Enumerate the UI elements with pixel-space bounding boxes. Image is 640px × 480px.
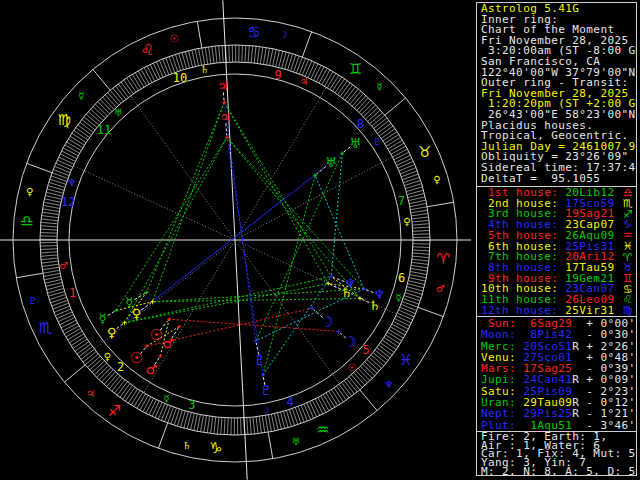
sign-boundary (302, 32, 311, 57)
degree-tick (158, 404, 165, 420)
degree-tick (331, 390, 340, 404)
degree-tick (319, 68, 327, 83)
degree-tick (217, 417, 219, 434)
degree-tick (397, 313, 413, 320)
degree-tick (387, 332, 402, 341)
degree-tick (41, 226, 58, 227)
aquarius-ruler-icon: ♅ (292, 436, 301, 447)
natal-mars-icon: ♂ (163, 336, 175, 351)
degree-tick (393, 321, 408, 329)
degree-tick (304, 404, 311, 420)
degree-tick (310, 402, 317, 417)
degree-tick (132, 74, 141, 88)
neptune-degree-cross (329, 275, 333, 279)
pisces-ruler-icon: ♆ (384, 379, 393, 390)
aquarius-icon: ♒ (316, 421, 329, 439)
aspect-line-trine (224, 102, 328, 283)
degree-tick (53, 303, 69, 309)
degree-tick (312, 400, 319, 415)
degree-tick (257, 47, 259, 64)
degree-tick (219, 46, 220, 63)
degree-tick (192, 50, 196, 67)
virgo-icon: ♍ (623, 306, 633, 316)
planet-label: Plut: (481, 420, 523, 431)
degree-tick (325, 71, 334, 86)
degree-tick (229, 45, 230, 62)
house-number: 11 (97, 123, 111, 137)
degree-tick (129, 76, 138, 90)
degree-tick (262, 416, 265, 433)
degree-tick (412, 217, 429, 219)
degree-tick (52, 173, 68, 179)
degree-tick (271, 414, 274, 431)
degree-tick (411, 210, 428, 213)
transit-mars-icon: ♂ (146, 362, 158, 377)
scorpio-icon: ♏ (39, 319, 53, 337)
degree-tick (212, 46, 214, 63)
degree-tick (70, 136, 84, 145)
degree-tick (60, 154, 75, 162)
degree-tick (400, 168, 416, 174)
degree-tick (156, 62, 163, 78)
degree-tick (146, 398, 154, 413)
natal-jupiter-icon: ♃ (220, 110, 232, 125)
cancer-ruler-icon: ☽ (279, 29, 288, 40)
aspect-line-opposition (224, 102, 256, 340)
degree-tick (268, 415, 271, 432)
degree-tick (43, 209, 60, 212)
degree-tick (411, 268, 428, 271)
degree-tick (161, 405, 167, 421)
degree-tick (222, 45, 223, 62)
degree-tick (78, 125, 92, 135)
degree-tick (270, 49, 273, 66)
degree-tick (326, 393, 335, 408)
element-stats-section: Fire: 2, Earth: 1, Air : 1, Water: 6 Car… (477, 431, 636, 475)
degree-tick (330, 75, 339, 89)
transit-mercury-icon: ☿ (99, 311, 107, 326)
taurus-icon: ♉ (418, 143, 431, 161)
degree-tick (382, 340, 396, 350)
degree-tick (379, 345, 393, 355)
degree-tick (409, 278, 426, 282)
degree-tick (40, 229, 57, 230)
degree-tick (57, 312, 73, 319)
degree-tick (385, 134, 399, 143)
degree-tick (42, 212, 59, 214)
house-ruler-icon: ♀ (403, 216, 410, 227)
degree-tick (152, 401, 159, 416)
degree-tick (379, 126, 393, 136)
degree-tick (339, 384, 349, 398)
degree-tick (410, 207, 427, 210)
degree-tick (214, 417, 216, 434)
aries-icon: ♈ (436, 250, 449, 268)
degree-tick (56, 163, 72, 170)
degree-tick (413, 247, 430, 248)
degree-tick (413, 250, 430, 251)
degree-tick (332, 77, 341, 91)
degree-tick (171, 408, 177, 424)
house-number: 9 (275, 68, 282, 82)
degree-tick (408, 193, 425, 197)
sagittarius-icon: ♐ (108, 402, 121, 420)
degree-tick (69, 334, 83, 343)
degree-tick (135, 73, 144, 88)
degree-tick (197, 415, 200, 432)
sagittarius-ruler-icon: ♃ (86, 388, 95, 399)
degree-tick (76, 128, 90, 138)
cancer-icon: ♋ (247, 23, 260, 41)
degree-tick (127, 78, 136, 92)
degree-tick (168, 407, 174, 423)
house-number: 7 (398, 194, 405, 208)
degree-tick (412, 224, 429, 225)
planet-label: Moon: (481, 329, 523, 340)
degree-tick (334, 388, 343, 402)
degree-tick (402, 174, 418, 180)
info-line: DeltaT = 95.1055 (481, 174, 636, 185)
degree-tick (411, 265, 428, 267)
degree-tick (140, 395, 148, 410)
degree-tick (66, 142, 81, 151)
house-ruler-icon: ♄ (200, 64, 209, 75)
aspect-line-opposition (227, 137, 263, 375)
degree-tick (256, 417, 258, 434)
degree-tick (273, 49, 277, 66)
